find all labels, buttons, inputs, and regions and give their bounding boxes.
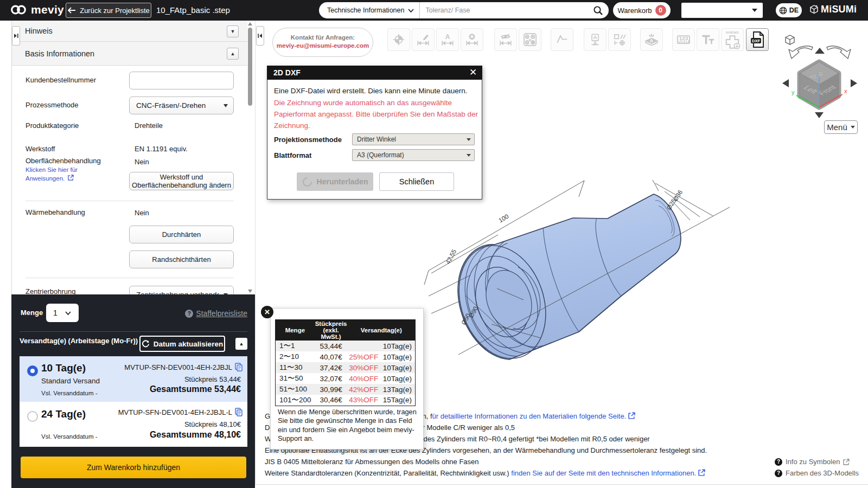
schliessen-button[interactable]: Schließen: [379, 172, 454, 191]
wireframe-cube-icon[interactable]: [786, 35, 794, 44]
copy-icon[interactable]: [235, 363, 242, 371]
dim-width: 42,55: [444, 248, 457, 265]
blattformat-select[interactable]: A3 (Querformat): [352, 149, 475, 161]
model-colors-link[interactable]: ? Farben des 3D-Modells: [775, 469, 859, 477]
marking-button[interactable]: A: [640, 28, 663, 51]
technical-info-link[interactable]: finden Sie auf der Seite mit den technis…: [511, 469, 696, 477]
hinweis-expand-button[interactable]: ▼: [227, 25, 239, 37]
add-to-cart-button[interactable]: Zum Warenkorb hinzufügen: [21, 457, 246, 478]
contact-email[interactable]: meviy-eu@misumi-europe.com: [273, 42, 373, 49]
question-circle-icon: ?: [185, 310, 193, 318]
viewer-menu-button[interactable]: Menü: [824, 120, 858, 134]
datum-target-button[interactable]: [387, 28, 410, 51]
open-filename: 10_FAtp_basic .step: [156, 0, 230, 21]
hide-dimension-button[interactable]: [494, 28, 517, 51]
text-size-button[interactable]: [697, 28, 719, 51]
section-header-basis-informationen: Basis Informationen ▲: [12, 42, 247, 66]
produktkategorie-label: Produktkategorie: [25, 121, 79, 130]
hole-pattern-icon: [522, 32, 538, 47]
scroll-up-icon[interactable]: [248, 22, 252, 25]
six-views-button[interactable]: 6VIEWS: [721, 28, 744, 51]
search-button[interactable]: [587, 2, 609, 18]
randschichthaerten-button[interactable]: Randschichthärten: [129, 251, 234, 268]
svg-text:A: A: [445, 33, 450, 41]
dim-length: 100: [497, 213, 510, 224]
contact-box: Kontakt für Anfragen: meviy-eu@misumi-eu…: [272, 28, 373, 57]
svg-text:y: y: [792, 89, 795, 95]
popup-close-button[interactable]: ✕: [261, 306, 273, 318]
shipping-option-24-days[interactable]: 24 Tag(e) Vsl. Versanddatum - MVTUP-SFN-…: [20, 402, 247, 447]
search-category-dropdown[interactable]: Technische Informationen: [319, 2, 419, 18]
dxf-export-button[interactable]: DXF: [746, 28, 769, 51]
view-cube-widget[interactable]: Top Left Front z y x: [777, 27, 864, 125]
copy-icon[interactable]: [235, 408, 242, 416]
price-row: 1〜153,44€10Tag(e): [276, 341, 416, 351]
sidebar-collapse-handle-left[interactable]: [12, 26, 20, 46]
change-material-button[interactable]: Werkstoff und Oberflächenbehandlung ände…: [129, 172, 234, 190]
divider: [20, 331, 247, 332]
shipping-option-10-days[interactable]: 10 Tag(e) Standard Versand Vsl. Versandd…: [20, 356, 247, 402]
refresh-icon: [142, 340, 150, 348]
delete-dimension-button[interactable]: [461, 28, 483, 51]
text-dimension-icon: A: [441, 33, 455, 47]
pan-right-icon[interactable]: [851, 79, 857, 87]
basis-collapse-button[interactable]: ▲: [227, 48, 239, 60]
external-link-icon: [843, 459, 850, 465]
durchhaerten-button[interactable]: Durchhärten: [129, 226, 234, 243]
projektionsmethode-select[interactable]: Dritter Winkel: [352, 133, 475, 145]
rotate-left-icon[interactable]: [789, 46, 813, 59]
surface-roughness-button[interactable]: [551, 28, 573, 51]
versandtage-label: Versandtag(e) (Arbeitstage (Mo-Fr)): [20, 337, 138, 345]
external-link-icon: [68, 175, 74, 181]
rotate-up-icon[interactable]: [815, 48, 825, 54]
meviy-logo[interactable]: meviy: [10, 3, 64, 16]
scroll-down-icon[interactable]: [248, 290, 252, 293]
search-icon: [593, 5, 603, 16]
herunterladen-button[interactable]: Herunterladen: [297, 172, 373, 191]
external-link-icon: [698, 469, 705, 476]
price-list-popup: Menge Stückpreis (exkl. MwSt.) Versandta…: [270, 308, 424, 450]
marking-icon: A: [644, 32, 659, 47]
quote-collapse-button[interactable]: ▲: [235, 338, 247, 350]
cart-button[interactable]: Warenkorb 0: [613, 2, 671, 18]
svg-text:DXF: DXF: [752, 38, 760, 43]
rotate-right-icon[interactable]: [827, 46, 851, 59]
geometric-tolerance-icon: [612, 33, 627, 47]
geometric-tolerance-button[interactable]: [608, 28, 631, 51]
pan-down-icon[interactable]: [815, 112, 824, 118]
radio-unselected-icon[interactable]: [27, 411, 38, 422]
question-circle-icon: ?: [775, 458, 782, 466]
hole-pattern-button[interactable]: [519, 28, 541, 51]
staffelpreisliste-link[interactable]: ? Staffelpreisliste: [185, 309, 247, 318]
text-dimension-button[interactable]: A: [436, 28, 459, 51]
sidebar-collapse-handle-right[interactable]: [256, 26, 264, 46]
datum-aktualisieren-button[interactable]: Datum aktualisieren: [139, 336, 225, 352]
kundenbestellnummer-input[interactable]: [129, 72, 234, 89]
collapse-right-icon: [14, 33, 18, 38]
price-row: 11〜3037,42€30%OFF10Tag(e): [276, 362, 416, 373]
menge-select[interactable]: 1: [46, 304, 79, 322]
misumi-logo[interactable]: MiSUMi: [809, 4, 857, 15]
edit-dimension-button[interactable]: [412, 28, 435, 51]
anweisungen-link[interactable]: Klicken Sie hier für Anweisungen.: [25, 166, 78, 183]
sidebar-scrollbar[interactable]: [247, 21, 253, 294]
dialog-warning-line2: Papierformat angepasst. Bitte überprüfen…: [274, 110, 478, 118]
datum-label-icon: A: [588, 33, 602, 47]
datum-label-button[interactable]: A: [584, 28, 607, 51]
pan-left-icon[interactable]: [782, 79, 789, 87]
col-stueckpreis: Stückpreis (exkl. MwSt.): [315, 320, 348, 341]
scrollbar-thumb[interactable]: [248, 28, 252, 106]
col-versandtage: Versandtag(e): [348, 320, 416, 341]
measure-123-button[interactable]: 123: [672, 28, 695, 51]
project-dropdown[interactable]: [681, 3, 763, 18]
dialog-title-bar[interactable]: 2D DXF ✕: [267, 66, 482, 80]
dialog-close-icon[interactable]: ✕: [468, 68, 478, 78]
info-symbols-link[interactable]: ? Info zu Symbolen: [775, 458, 850, 466]
language-button[interactable]: DE: [776, 3, 802, 17]
search-input[interactable]: [420, 7, 587, 14]
edit-dimension-icon: [416, 33, 430, 47]
back-to-project-list-button[interactable]: Zurück zur Projektliste: [66, 3, 151, 18]
radio-selected-icon[interactable]: [27, 365, 38, 376]
materials-link[interactable]: ür detaillierte Informationen zu den Mat…: [432, 412, 627, 420]
prozessmethode-select[interactable]: CNC-Fräsen/-Drehen: [129, 97, 234, 114]
